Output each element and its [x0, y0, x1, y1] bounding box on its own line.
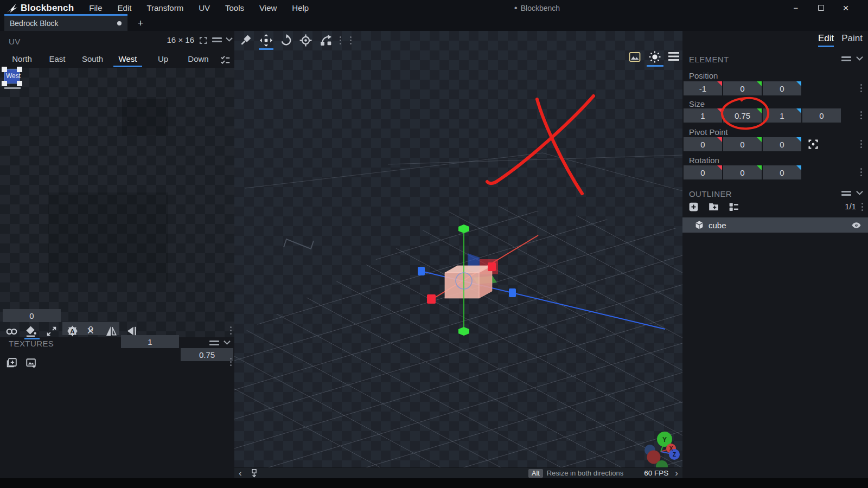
outliner-view-toggle-icon[interactable] — [728, 201, 739, 213]
fps-counter: 60 FPS — [644, 469, 668, 477]
menu-transform[interactable]: Transform — [139, 0, 191, 16]
axis-orientation-gizmo[interactable]: Y X Z — [644, 432, 680, 467]
red-x-annotation — [487, 96, 593, 194]
textures-overflow-icon[interactable] — [230, 358, 232, 366]
menu-file[interactable]: File — [81, 0, 110, 16]
paint-bucket-icon[interactable] — [25, 325, 37, 337]
outliner-collapse-chevron-icon[interactable] — [856, 190, 863, 196]
import-texture-icon[interactable] — [25, 357, 37, 369]
menu-view[interactable]: View — [252, 0, 284, 16]
face-tab-up[interactable]: Up — [145, 52, 181, 68]
add-group-icon[interactable] — [708, 201, 719, 213]
chevron-left-icon[interactable]: ‹ — [239, 470, 242, 477]
clear-uv-icon[interactable]: × — [87, 324, 94, 338]
visibility-eye-icon[interactable] — [851, 220, 861, 230]
pivot-x-field[interactable]: 0 — [684, 137, 722, 151]
pivot-z-field[interactable]: 0 — [763, 137, 801, 151]
uv-toolbar-overflow-icon[interactable] — [230, 326, 232, 335]
tab-bedrock-block[interactable]: Bedrock Block — [4, 16, 127, 31]
mirror-x-icon[interactable] — [105, 325, 118, 337]
tab-paint[interactable]: Paint — [841, 33, 863, 47]
uv-handle-se[interactable] — [17, 81, 22, 86]
selected-cube[interactable] — [445, 266, 492, 298]
move-tool-icon[interactable] — [259, 34, 273, 47]
rotation-z-field[interactable]: 0 — [763, 165, 801, 179]
chevron-right-icon[interactable]: › — [675, 470, 678, 477]
position-overflow-icon[interactable] — [860, 84, 862, 92]
textures-menu-icon[interactable] — [209, 341, 219, 347]
rotate-tool-icon[interactable] — [279, 34, 293, 47]
menu-tools[interactable]: Tools — [218, 0, 252, 16]
lighting-active-underline — [647, 65, 663, 67]
scene-canvas: Y X Z — [234, 31, 682, 467]
uv-handle-ne[interactable] — [17, 67, 22, 72]
face-tab-west[interactable]: West — [110, 52, 145, 68]
pivot-tool-icon[interactable] — [299, 34, 312, 47]
uv-x-field[interactable]: 0 — [3, 309, 61, 322]
menu-help[interactable]: Help — [284, 0, 316, 16]
export-model-icon[interactable] — [250, 468, 259, 478]
element-menu-icon[interactable] — [841, 56, 851, 63]
tab-edit[interactable]: Edit — [818, 33, 834, 47]
create-texture-icon[interactable] — [6, 357, 18, 369]
face-tab-east[interactable]: East — [40, 52, 75, 68]
minimize-button[interactable]: − — [783, 0, 808, 16]
uv-handle-nw[interactable] — [2, 67, 7, 72]
pivot-y-field[interactable]: 0 — [723, 137, 762, 151]
face-tab-south[interactable]: South — [75, 52, 110, 68]
uv-handle-sw[interactable] — [2, 81, 7, 86]
chain-link-icon[interactable] — [5, 325, 18, 338]
face-tab-north[interactable]: North — [4, 52, 40, 68]
size-z-field[interactable]: 1 — [763, 108, 801, 123]
menu-edit[interactable]: Edit — [110, 0, 139, 16]
size-overflow-icon[interactable] — [860, 111, 862, 119]
textures-collapse-chevron-icon[interactable] — [224, 340, 231, 345]
blockbench-logo-icon — [5, 3, 21, 14]
outliner-overflow-icon[interactable] — [861, 203, 863, 211]
lighting-sun-icon[interactable] — [648, 50, 661, 63]
size-y-field[interactable]: 0.75 — [723, 108, 762, 123]
rotation-x-field[interactable]: 0 — [684, 165, 722, 179]
uv-checklist-icon[interactable] — [220, 55, 231, 65]
x-handle-right[interactable] — [488, 262, 496, 271]
expand-uv-icon[interactable] — [46, 325, 58, 337]
close-button[interactable]: × — [833, 0, 858, 16]
z-handle-right[interactable] — [509, 288, 516, 297]
outliner-menu-icon[interactable] — [841, 191, 851, 197]
new-tab-button[interactable]: + — [133, 16, 148, 31]
textures-title: TEXTURES — [9, 339, 54, 348]
position-y-field[interactable]: 0 — [723, 81, 762, 95]
z-handle-left[interactable] — [418, 267, 425, 275]
pivot-overflow-icon[interactable] — [860, 140, 862, 148]
element-collapse-chevron-icon[interactable] — [856, 56, 863, 61]
size-inflate-field[interactable]: 0 — [802, 108, 841, 123]
uv-panel-menu-icon[interactable] — [212, 37, 222, 44]
vertex-snap-tool-icon[interactable] — [319, 34, 333, 47]
y-handle-bottom[interactable] — [458, 327, 469, 336]
statusbar-hint: Resize in both directions — [547, 469, 624, 477]
toolbar-overflow-icon[interactable] — [350, 36, 352, 44]
face-tab-down[interactable]: Down — [181, 52, 216, 68]
unsaved-bullet-icon: • — [514, 5, 518, 11]
position-z-field[interactable]: 0 — [763, 81, 801, 95]
toolbar-drag-handle-icon[interactable] — [340, 36, 341, 44]
outliner-item-cube[interactable]: cube — [682, 217, 868, 233]
mirror-y-icon[interactable] — [125, 325, 138, 337]
maximize-button[interactable] — [808, 0, 833, 16]
viewport-menu-icon[interactable] — [668, 52, 679, 61]
position-x-field[interactable]: -1 — [684, 81, 722, 95]
uv-collapse-chevron-icon[interactable] — [226, 37, 233, 42]
center-pivot-icon[interactable] — [807, 138, 819, 150]
uv-canvas[interactable]: West — [0, 68, 234, 337]
gavel-tool-icon[interactable] — [239, 34, 252, 47]
add-cube-icon[interactable] — [688, 201, 699, 213]
size-x-field[interactable]: 1 — [684, 108, 722, 123]
viewport-3d[interactable]: Y X Z — [234, 31, 682, 478]
menu-uv[interactable]: UV — [191, 0, 218, 16]
auto-uv-icon[interactable]: A — [66, 325, 79, 337]
background-image-icon[interactable] — [628, 50, 641, 63]
uv-fullscreen-icon[interactable] — [199, 36, 208, 45]
rotation-overflow-icon[interactable] — [860, 168, 862, 176]
x-handle-left[interactable] — [427, 294, 436, 304]
rotation-y-field[interactable]: 0 — [723, 165, 762, 179]
